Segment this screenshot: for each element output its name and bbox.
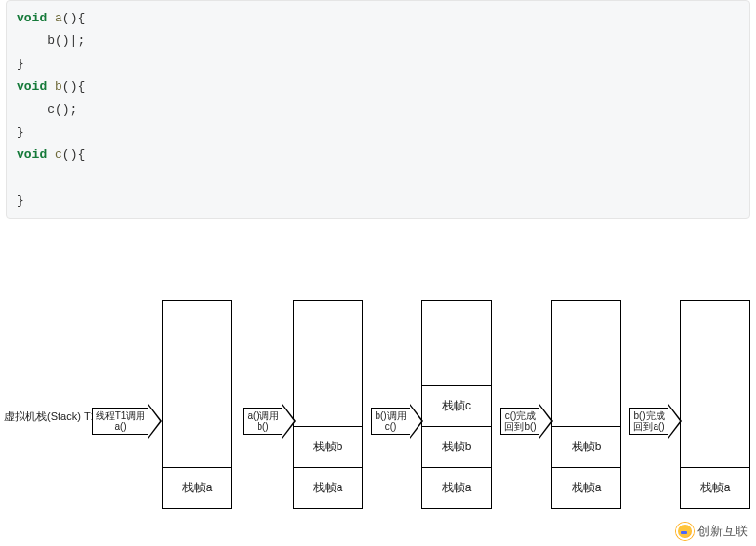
stack-diagram: 虚拟机栈(Stack) T1 栈帧a栈帧b栈帧a栈帧c栈帧b栈帧a栈帧b栈帧a栈… — [0, 283, 756, 522]
code-line: } — [17, 189, 739, 212]
code-line: void b(){ — [17, 75, 739, 98]
stack-frame: 栈帧a — [422, 467, 491, 508]
stack-frame: 栈帧a — [163, 467, 231, 508]
arrow: b()调用c() — [371, 406, 423, 437]
stack-frame: 栈帧c — [422, 385, 491, 426]
stack-frame: 栈帧a — [552, 467, 620, 508]
stack-frame: 栈帧b — [294, 426, 362, 467]
code-line: } — [17, 121, 739, 143]
code-line: b()|; — [17, 29, 739, 52]
logo-icon — [676, 523, 694, 540]
code-line — [17, 167, 739, 189]
vm-stack-label: 虚拟机栈(Stack) T1 — [4, 410, 97, 423]
arrow-head-icon — [282, 404, 296, 439]
watermark-text: 创新互联 — [697, 523, 748, 540]
code-line: void a(){ — [17, 7, 739, 29]
arrow-label: b()调用c() — [371, 408, 410, 435]
code-line: c(); — [17, 98, 739, 121]
arrow-head-icon — [668, 404, 682, 439]
stack-frame: 栈帧a — [294, 467, 362, 508]
stack-column: 栈帧b栈帧a — [293, 300, 363, 509]
stack-frame: 栈帧a — [681, 467, 749, 508]
arrow-label: b()完成 回到a() — [629, 408, 668, 435]
code-line: void c(){ — [17, 143, 739, 166]
arrow: b()完成 回到a() — [629, 406, 682, 437]
arrow-head-icon — [410, 404, 423, 439]
stack-frame: 栈帧b — [552, 426, 620, 467]
arrow-head-icon — [148, 404, 162, 439]
watermark: 创新互联 — [676, 523, 748, 540]
arrow-head-icon — [539, 404, 553, 439]
arrow-label: 线程T1调用a() — [92, 408, 148, 435]
stack-column: 栈帧c栈帧b栈帧a — [421, 300, 492, 509]
arrow: a()调用b() — [243, 406, 296, 437]
arrow: 线程T1调用a() — [92, 406, 162, 437]
stack-column: 栈帧a — [162, 300, 232, 509]
arrow: c()完成 回到b() — [500, 406, 553, 437]
arrow-label: c()完成 回到b() — [500, 408, 539, 435]
stack-column: 栈帧a — [680, 300, 750, 509]
code-line: } — [17, 53, 739, 75]
stack-column: 栈帧b栈帧a — [551, 300, 621, 509]
arrow-label: a()调用b() — [243, 408, 282, 435]
code-block: void a(){ b()|;}void b(){ c();}void c(){… — [6, 0, 750, 219]
stack-frame: 栈帧b — [422, 426, 491, 467]
